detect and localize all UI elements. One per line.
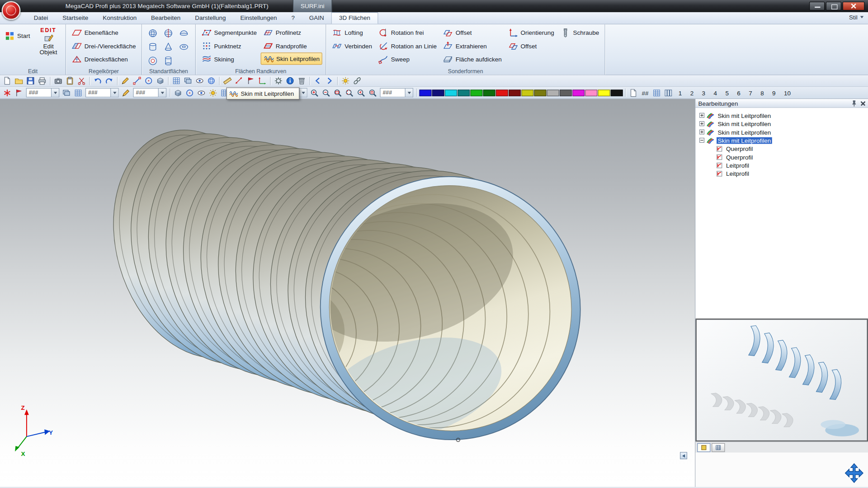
redo-icon[interactable] bbox=[105, 76, 114, 85]
layer-number-7[interactable]: 7 bbox=[745, 88, 756, 97]
tree-item-leitprofil-2[interactable]: Leitprofil bbox=[695, 169, 868, 178]
cut-icon[interactable] bbox=[77, 76, 86, 85]
ribbon-dreiecksflaechen[interactable]: Dreiecksflächen bbox=[70, 52, 138, 66]
ribbon-rotation-an-linie[interactable]: Rotation an Linie bbox=[376, 39, 439, 52]
attribute-select-4[interactable]: ### bbox=[380, 88, 413, 98]
ruler-icon[interactable] bbox=[223, 76, 232, 85]
cone-surface-icon[interactable] bbox=[163, 42, 174, 52]
panel-tab-1[interactable] bbox=[697, 443, 710, 452]
ribbon-offset[interactable]: Offset bbox=[441, 26, 504, 39]
pan-move-icon[interactable] bbox=[844, 463, 865, 484]
layer-number-1[interactable]: 1 bbox=[675, 88, 686, 97]
color-swatch-black[interactable] bbox=[611, 89, 623, 96]
new-file-icon[interactable] bbox=[3, 76, 12, 85]
print-icon[interactable] bbox=[38, 76, 47, 85]
menu-einstellungen[interactable]: Einstellungen bbox=[233, 12, 284, 24]
link-icon[interactable] bbox=[353, 76, 362, 85]
color-swatch-darkgray[interactable] bbox=[560, 89, 572, 96]
pen-icon[interactable] bbox=[121, 76, 130, 85]
layer-number-6[interactable]: 6 bbox=[733, 88, 745, 97]
ribbon-edit-objekt-button[interactable]: EDIT Edit Objekt bbox=[36, 27, 61, 55]
zoom-fit-icon[interactable] bbox=[345, 88, 354, 97]
paste-icon[interactable] bbox=[66, 76, 75, 85]
menu-hilfe[interactable]: ? bbox=[284, 12, 302, 24]
ribbon-orientierung[interactable]: Orientierung bbox=[505, 26, 556, 39]
panel-tab-2[interactable] bbox=[712, 443, 725, 452]
color-swatch-darkolive[interactable] bbox=[534, 89, 546, 96]
save-icon[interactable] bbox=[26, 76, 35, 85]
flag-icon[interactable] bbox=[246, 76, 255, 85]
table-icon[interactable] bbox=[652, 88, 661, 97]
ribbon-offset-2[interactable]: Offset bbox=[505, 39, 556, 52]
color-swatch-teal[interactable] bbox=[458, 89, 470, 96]
menu-startseite[interactable]: Startseite bbox=[55, 12, 95, 24]
chevron-down-icon[interactable] bbox=[158, 89, 166, 97]
tree-item-querprofil-2[interactable]: Querprofil bbox=[695, 153, 868, 161]
color-swatch-pink[interactable] bbox=[585, 89, 597, 96]
zoom-window-icon[interactable] bbox=[333, 88, 342, 97]
ribbon-schraube[interactable]: Schraube bbox=[558, 26, 601, 39]
ribbon-sweep[interactable]: Sweep bbox=[376, 52, 439, 66]
menu-konstruktion[interactable]: Konstruktion bbox=[95, 12, 144, 24]
attribute-select-1[interactable]: ### bbox=[26, 88, 60, 98]
attribute-select-3[interactable]: ### bbox=[133, 88, 166, 98]
expand-expanded-icon[interactable] bbox=[699, 138, 704, 143]
ribbon-ebeneflaeche[interactable]: Ebenefläche bbox=[70, 26, 138, 39]
expand-collapsed-icon[interactable] bbox=[699, 113, 704, 118]
screenshot-icon[interactable] bbox=[54, 76, 63, 85]
menu-datei[interactable]: Datei bbox=[27, 12, 55, 24]
bellows-model-canvas[interactable]: Z Y X bbox=[0, 99, 695, 487]
layers-icon[interactable] bbox=[184, 76, 193, 85]
color-swatch-navy[interactable] bbox=[432, 89, 444, 96]
ribbon-start-button[interactable]: Start bbox=[5, 29, 30, 42]
color-swatch-darkred[interactable] bbox=[509, 89, 521, 96]
torus-surface-icon[interactable] bbox=[179, 42, 189, 52]
undo-icon[interactable] bbox=[93, 76, 102, 85]
forward-icon[interactable] bbox=[325, 76, 334, 85]
coordinate-axes-icon[interactable] bbox=[258, 76, 267, 85]
measure-icon[interactable] bbox=[235, 76, 244, 85]
ribbon-skin-leitprofilen[interactable]: Skin Leitprofilen bbox=[261, 52, 323, 65]
line-tool-icon[interactable] bbox=[132, 76, 142, 85]
attribute-select-2[interactable]: ### bbox=[85, 88, 119, 98]
zoom-previous-icon[interactable] bbox=[357, 88, 366, 97]
marker-icon[interactable] bbox=[14, 88, 24, 97]
layer-number-10[interactable]: 10 bbox=[780, 88, 794, 97]
color-swatch-red[interactable] bbox=[496, 89, 508, 96]
color-swatch-green[interactable] bbox=[470, 89, 482, 96]
delete-icon[interactable] bbox=[297, 76, 307, 85]
draw-pen-icon[interactable] bbox=[122, 88, 131, 97]
layer-number-4[interactable]: 4 bbox=[710, 88, 721, 97]
style-selector[interactable]: Stil bbox=[849, 14, 863, 21]
ribbon-profilnetz[interactable]: Profilnetz bbox=[261, 26, 323, 39]
menu-3d-flaechen[interactable]: 3D Flächen bbox=[331, 12, 378, 24]
circle-tool-icon[interactable] bbox=[144, 76, 153, 85]
info-icon[interactable] bbox=[286, 76, 295, 85]
viewport-nav-button[interactable] bbox=[680, 452, 687, 459]
viewport-3d[interactable]: Z Y X bbox=[0, 99, 695, 487]
render-mode-icon[interactable] bbox=[208, 88, 217, 97]
cylinder-surface-icon[interactable] bbox=[148, 42, 158, 52]
ribbon-flaeche-aufdicken[interactable]: Fläche aufdicken bbox=[441, 52, 504, 66]
shaded-view-icon[interactable] bbox=[174, 88, 183, 97]
globe-icon[interactable] bbox=[207, 76, 216, 85]
color-swatch-olive[interactable] bbox=[521, 89, 533, 96]
settings-gear-icon[interactable] bbox=[274, 76, 283, 85]
layer-number-8[interactable]: 8 bbox=[757, 88, 768, 97]
expand-collapsed-icon[interactable] bbox=[699, 130, 704, 135]
tree-item-skin-1[interactable]: Skin mit Leitprofilen bbox=[695, 111, 868, 119]
visibility-icon[interactable] bbox=[195, 76, 204, 85]
color-swatch-magenta[interactable] bbox=[572, 89, 585, 96]
tree-item-skin-3[interactable]: Skin mit Leitprofilen bbox=[695, 128, 868, 136]
layer-number-3[interactable]: 3 bbox=[698, 88, 709, 97]
ribbon-rotation-frei[interactable]: Rotation frei bbox=[376, 26, 439, 39]
menu-bearbeiten[interactable]: Bearbeiten bbox=[144, 12, 188, 24]
cube-tool-icon[interactable] bbox=[156, 76, 165, 85]
doc-tab-surfini[interactable]: SURF.ini bbox=[293, 0, 332, 12]
sphere-surface-icon[interactable] bbox=[148, 28, 158, 38]
sphere-axis-surface-icon[interactable] bbox=[163, 28, 174, 38]
menu-darstellung[interactable]: Darstellung bbox=[188, 12, 233, 24]
megacad-logo[interactable] bbox=[2, 1, 21, 20]
ribbon-skining[interactable]: Skining bbox=[199, 52, 259, 66]
grid-toggle-icon[interactable] bbox=[172, 76, 181, 85]
